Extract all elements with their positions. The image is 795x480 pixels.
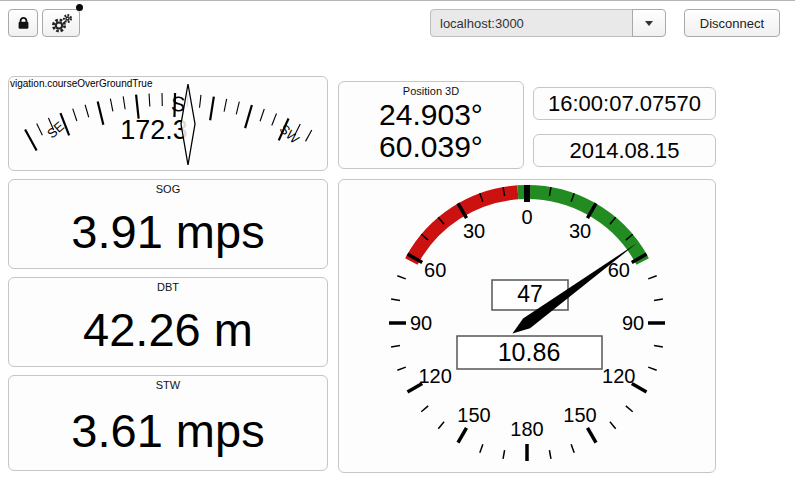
gauge-tick bbox=[391, 345, 400, 347]
compass-tick bbox=[98, 101, 104, 124]
position-title: Position 3D bbox=[339, 82, 523, 97]
longitude-value: 60.039° bbox=[339, 131, 523, 163]
time-widget: 16:00:07.07570 bbox=[533, 87, 716, 120]
stw-title: STW bbox=[9, 376, 327, 391]
sog-value: 3.91 mps bbox=[9, 195, 327, 268]
gauge-scale-label: 120 bbox=[419, 365, 452, 387]
notification-dot bbox=[76, 4, 83, 11]
server-address-text: localhost:3000 bbox=[440, 16, 524, 31]
compass-tick bbox=[37, 124, 43, 136]
compass-tick bbox=[123, 96, 125, 109]
gauge-tick bbox=[503, 450, 505, 459]
server-input[interactable]: localhost:3000 bbox=[430, 9, 633, 37]
lock-button[interactable] bbox=[8, 9, 38, 37]
server-dropdown-button[interactable] bbox=[632, 9, 666, 37]
gauge-tick bbox=[588, 428, 597, 443]
chevron-down-icon bbox=[645, 21, 653, 26]
dbt-widget: DBT 42.26 m bbox=[8, 277, 328, 367]
gauge-tick bbox=[397, 276, 405, 279]
wind-gauge-widget: 03060901201501801501209060304710.86 bbox=[338, 179, 716, 473]
compass-cardinal-sw: SW bbox=[277, 121, 303, 147]
wind-gauge-dial: 03060901201501801501209060304710.86 bbox=[339, 180, 715, 472]
gauge-tick bbox=[648, 276, 656, 279]
settings-button[interactable] bbox=[42, 9, 80, 37]
gauge-scale-label: 0 bbox=[521, 206, 532, 228]
compass-tick bbox=[245, 105, 252, 128]
stw-widget: STW 3.61 mps bbox=[8, 375, 328, 471]
gauge-tick bbox=[421, 406, 428, 412]
gauge-tick bbox=[397, 367, 405, 370]
gauge-tick bbox=[648, 367, 656, 370]
compass-path-label: vigation.courseOverGroundTrue bbox=[10, 78, 152, 89]
gauge-scale-label: 60 bbox=[424, 259, 446, 281]
compass-tick bbox=[260, 109, 264, 121]
compass-tick bbox=[306, 130, 312, 141]
gauge-scale-label: 90 bbox=[622, 312, 644, 334]
gauge-tick bbox=[438, 422, 444, 429]
gauge-tick bbox=[654, 345, 663, 347]
time-value: 16:00:07.07570 bbox=[548, 91, 701, 117]
compass-tick bbox=[224, 99, 227, 112]
date-widget: 2014.08.15 bbox=[533, 134, 716, 167]
gauge-tick bbox=[480, 444, 483, 452]
gauge-tick bbox=[610, 422, 616, 429]
sog-widget: SOG 3.91 mps bbox=[8, 179, 328, 269]
gauge-scale-label: 150 bbox=[563, 404, 596, 426]
lock-icon bbox=[16, 15, 31, 31]
gauge-scale-label: 30 bbox=[463, 220, 485, 242]
compass-tick bbox=[272, 113, 277, 125]
gears-icon bbox=[49, 13, 73, 34]
gauge-scale-label: 90 bbox=[410, 312, 432, 334]
gauge-scale-label: 180 bbox=[510, 418, 543, 440]
dbt-value: 42.26 m bbox=[9, 293, 327, 366]
gauge-tick bbox=[571, 444, 574, 452]
compass-tick bbox=[200, 95, 201, 108]
compass-widget: vigation.courseOverGroundTrue SSESW172.3 bbox=[8, 76, 328, 171]
compass-tick bbox=[73, 109, 77, 121]
compass-tick bbox=[25, 129, 37, 150]
compass-tick bbox=[110, 99, 113, 112]
gauge-tick bbox=[391, 299, 400, 301]
sog-title: SOG bbox=[9, 180, 327, 195]
latitude-value: 24.903° bbox=[339, 99, 523, 131]
position-widget: Position 3D 24.903° 60.039° bbox=[338, 81, 524, 169]
gauge-tick bbox=[654, 299, 663, 301]
gauge-scale-label: 120 bbox=[602, 365, 635, 387]
compass-value: 172.3 bbox=[120, 115, 188, 145]
gauge-scale-label: 30 bbox=[569, 220, 591, 242]
compass-tick bbox=[236, 102, 239, 115]
gauge-tick bbox=[626, 406, 633, 412]
compass-tick bbox=[85, 105, 89, 117]
compass-dial: SSESW172.3 bbox=[9, 77, 327, 170]
compass-tick bbox=[210, 97, 214, 121]
date-value: 2014.08.15 bbox=[569, 138, 679, 164]
gauge-speed-value: 10.86 bbox=[498, 338, 561, 366]
gauge-tick bbox=[458, 428, 467, 443]
disconnect-button[interactable]: Disconnect bbox=[684, 9, 780, 37]
gauge-tick bbox=[549, 450, 551, 459]
gauge-angle-value: 47 bbox=[517, 281, 543, 307]
gauge-scale-label: 150 bbox=[457, 404, 490, 426]
stw-value: 3.61 mps bbox=[9, 391, 327, 470]
dbt-title: DBT bbox=[9, 278, 327, 293]
compass-tick bbox=[149, 94, 150, 107]
